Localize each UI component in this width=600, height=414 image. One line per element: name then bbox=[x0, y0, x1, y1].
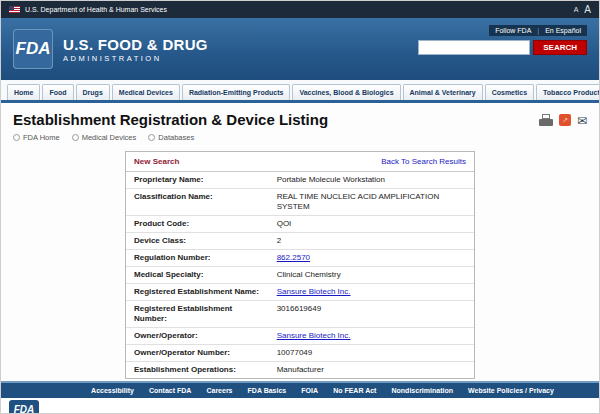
field-label: Medical Specialty: bbox=[126, 267, 269, 284]
field-value: Portable Molecule Workstation bbox=[277, 175, 385, 184]
bottom-strip: FDA bbox=[1, 398, 599, 413]
field-label: Owner/Operator Number: bbox=[126, 345, 269, 362]
header-title-block: U.S. FOOD & DRUG ADMINISTRATION bbox=[63, 36, 208, 63]
table-row: Owner/Operator: Sansure Biotech Inc. bbox=[126, 328, 474, 345]
back-to-results-link[interactable]: Back To Search Results bbox=[381, 157, 466, 166]
nav-tab[interactable]: Cosmetics bbox=[485, 84, 534, 100]
field-value[interactable]: 862.2570 bbox=[277, 253, 310, 262]
main-nav: HomeFoodDrugsMedical DevicesRadiation-Em… bbox=[1, 80, 599, 103]
print-icon[interactable] bbox=[539, 114, 553, 126]
table-row: Establishment Operations: Manufacturer bbox=[126, 362, 474, 379]
table-row: Owner/Operator Number: 10077049 bbox=[126, 345, 474, 362]
footer-link[interactable]: Website Policies / Privacy bbox=[468, 387, 554, 394]
field-label: Product Code: bbox=[126, 216, 269, 233]
new-search-link[interactable]: New Search bbox=[134, 157, 179, 166]
device-detail-table: Proprietary Name: Portable Molecule Work… bbox=[126, 172, 474, 378]
nav-tab[interactable]: Animal & Veterinary bbox=[403, 84, 483, 100]
nav-tab[interactable]: Vaccines, Blood & Biologics bbox=[292, 84, 400, 100]
font-resize-large-button[interactable]: A bbox=[584, 4, 591, 15]
follow-fda-link[interactable]: Follow FDA bbox=[495, 27, 531, 34]
field-value-cell: QOI bbox=[269, 216, 474, 233]
share-icon[interactable] bbox=[559, 114, 571, 126]
footer-link[interactable]: Nondiscrimination bbox=[392, 387, 453, 394]
field-value-cell: Sansure Biotech Inc. bbox=[269, 328, 474, 345]
field-value-cell: 10077049 bbox=[269, 345, 474, 362]
table-row: Proprietary Name: Portable Molecule Work… bbox=[126, 172, 474, 189]
field-value: 3016619649 bbox=[277, 304, 322, 313]
fda-page: U.S. Department of Health & Human Servic… bbox=[0, 0, 600, 414]
field-value: Clinical Chemistry bbox=[277, 270, 341, 279]
table-row: Registered Establishment Name: Sansure B… bbox=[126, 284, 474, 301]
result-box: New Search Back To Search Results Propri… bbox=[125, 151, 475, 379]
field-label: Regulation Number: bbox=[126, 250, 269, 267]
search-button[interactable]: SEARCH bbox=[533, 40, 587, 55]
field-value: 10077049 bbox=[277, 348, 313, 357]
search-input[interactable] bbox=[418, 40, 530, 55]
nav-tab[interactable]: Radiation-Emitting Products bbox=[182, 84, 291, 100]
fda-logo[interactable]: FDA bbox=[13, 29, 53, 69]
search-row: SEARCH bbox=[418, 40, 587, 55]
field-value[interactable]: Sansure Biotech Inc. bbox=[277, 331, 351, 340]
breadcrumb: FDA HomeMedical DevicesDatabases bbox=[13, 133, 587, 142]
header-title: U.S. FOOD & DRUG bbox=[63, 36, 208, 53]
footer-link[interactable]: FDA Basics bbox=[248, 387, 287, 394]
footer-link[interactable]: Accessibility bbox=[91, 387, 134, 394]
email-icon[interactable] bbox=[577, 112, 587, 128]
field-value-cell: 3016619649 bbox=[269, 301, 474, 328]
main-content: Establishment Registration & Device List… bbox=[1, 103, 599, 381]
fda-header: FDA U.S. FOOD & DRUG ADMINISTRATION Foll… bbox=[1, 18, 599, 80]
title-icons bbox=[539, 112, 587, 128]
footer-link[interactable]: Careers bbox=[206, 387, 232, 394]
table-row: Registered Establishment Number: 3016619… bbox=[126, 301, 474, 328]
field-value-cell: Sansure Biotech Inc. bbox=[269, 284, 474, 301]
field-value: 2 bbox=[277, 236, 281, 245]
field-label: Classification Name: bbox=[126, 189, 269, 216]
field-label: Registered Establishment Name: bbox=[126, 284, 269, 301]
follow-row: Follow FDA | En Español bbox=[489, 25, 587, 36]
field-value-cell: Portable Molecule Workstation bbox=[269, 172, 474, 189]
fda-footer-logo[interactable]: FDA bbox=[9, 400, 39, 414]
field-label: Proprietary Name: bbox=[126, 172, 269, 189]
nav-tab[interactable]: Tobacco Products bbox=[536, 84, 600, 100]
hhs-bar-text: U.S. Department of Health & Human Servic… bbox=[25, 6, 167, 13]
title-row: Establishment Registration & Device List… bbox=[13, 111, 587, 128]
field-value: REAL TIME NUCLEIC ACID AMPLIFICATION SYS… bbox=[277, 192, 440, 211]
breadcrumb-item[interactable]: Medical Devices bbox=[72, 133, 137, 142]
field-label: Establishment Operations: bbox=[126, 362, 269, 379]
nav-tab[interactable]: Medical Devices bbox=[112, 84, 180, 100]
font-resize-small-button[interactable]: A bbox=[574, 6, 579, 13]
footer-link[interactable]: FOIA bbox=[301, 387, 318, 394]
table-row: Product Code: QOI bbox=[126, 216, 474, 233]
header-subtitle: ADMINISTRATION bbox=[63, 54, 208, 63]
breadcrumb-item[interactable]: FDA Home bbox=[13, 133, 60, 142]
table-row: Classification Name: REAL TIME NUCLEIC A… bbox=[126, 189, 474, 216]
footer-bar: AccessibilityContact FDACareersFDA Basic… bbox=[1, 381, 599, 398]
follow-separator: | bbox=[537, 27, 539, 34]
field-value: QOI bbox=[277, 219, 292, 228]
header-right: Follow FDA | En Español SEARCH bbox=[418, 25, 587, 55]
breadcrumb-item[interactable]: Databases bbox=[148, 133, 194, 142]
page-title: Establishment Registration & Device List… bbox=[13, 111, 328, 128]
en-espanol-link[interactable]: En Español bbox=[545, 27, 581, 34]
nav-tab[interactable]: Drugs bbox=[76, 84, 110, 100]
result-header: New Search Back To Search Results bbox=[126, 152, 474, 172]
us-flag-icon bbox=[9, 6, 20, 13]
hhs-bar: U.S. Department of Health & Human Servic… bbox=[1, 1, 599, 18]
footer-link[interactable]: No FEAR Act bbox=[333, 387, 376, 394]
field-label: Owner/Operator: bbox=[126, 328, 269, 345]
field-value: Manufacturer bbox=[277, 365, 324, 374]
table-row: Medical Specialty: Clinical Chemistry bbox=[126, 267, 474, 284]
field-label: Device Class: bbox=[126, 233, 269, 250]
field-value-cell: 862.2570 bbox=[269, 250, 474, 267]
nav-tab[interactable]: Food bbox=[42, 84, 73, 100]
field-value-cell: Manufacturer bbox=[269, 362, 474, 379]
field-value[interactable]: Sansure Biotech Inc. bbox=[277, 287, 351, 296]
field-label: Registered Establishment Number: bbox=[126, 301, 269, 328]
field-value-cell: 2 bbox=[269, 233, 474, 250]
footer-link[interactable]: Contact FDA bbox=[149, 387, 191, 394]
field-value-cell: REAL TIME NUCLEIC ACID AMPLIFICATION SYS… bbox=[269, 189, 474, 216]
nav-tab[interactable]: Home bbox=[7, 84, 40, 100]
field-value-cell: Clinical Chemistry bbox=[269, 267, 474, 284]
table-row: Regulation Number: 862.2570 bbox=[126, 250, 474, 267]
table-row: Device Class: 2 bbox=[126, 233, 474, 250]
